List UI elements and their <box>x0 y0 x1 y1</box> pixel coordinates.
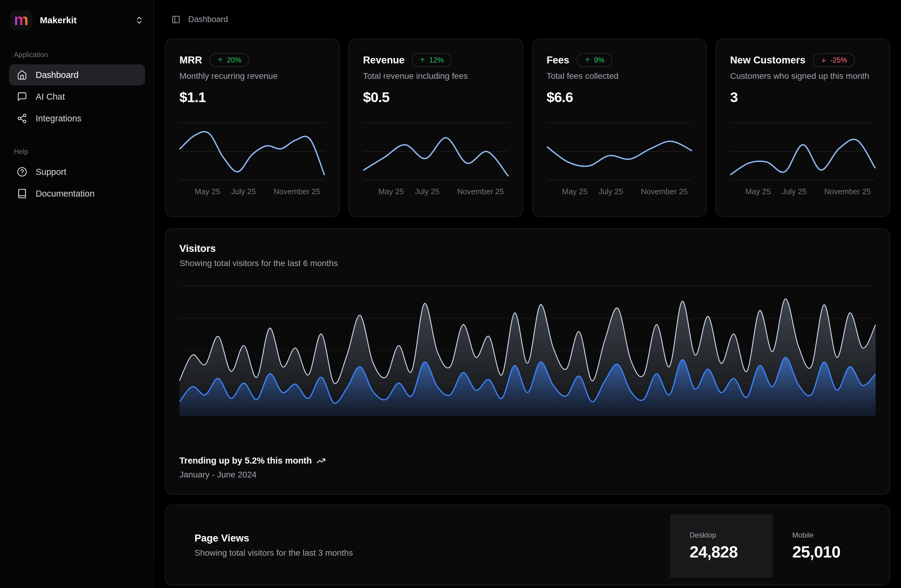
stat-title: New Customers <box>730 55 805 66</box>
svg-text:May 25: May 25 <box>562 187 588 196</box>
sidebar-toggle-icon[interactable] <box>171 15 180 24</box>
visitors-subtitle: Showing total visitors for the last 6 mo… <box>179 259 876 268</box>
fees-sparkline-chart: May 25July 25November 25 <box>547 120 692 197</box>
sidebar-item-label: AI Chat <box>36 92 65 102</box>
page-views-title: Page Views <box>195 532 670 544</box>
svg-text:November 25: November 25 <box>457 187 504 196</box>
page-views-header: Page Views Showing total visitors for th… <box>165 505 670 585</box>
arrow-down-icon <box>821 57 827 63</box>
trend-badge: 12% <box>412 53 452 67</box>
brand-name: Makerkit <box>40 15 127 25</box>
stat-subtitle: Total fees collected <box>547 71 692 81</box>
stat-card-fees: Fees 9% Total fees collected $6.6 May 25… <box>532 39 707 217</box>
sidebar-item-support[interactable]: Support <box>9 161 145 182</box>
sidebar: m Makerkit Application Dashboard AI Chat… <box>0 0 154 588</box>
sidebar-item-label: Integrations <box>36 114 81 123</box>
svg-text:November 25: November 25 <box>641 187 687 196</box>
page-views-card: Page Views Showing total visitors for th… <box>165 505 890 586</box>
svg-text:November 25: November 25 <box>274 187 321 196</box>
trend-badge: 9% <box>577 53 613 67</box>
revenue-sparkline-chart: May 25July 25November 25 <box>363 120 509 197</box>
mobile-label: Mobile <box>792 531 856 540</box>
desktop-label: Desktop <box>690 531 754 540</box>
mobile-value: 25,010 <box>792 543 856 561</box>
home-icon <box>17 70 27 80</box>
arrow-up-icon <box>217 57 223 63</box>
mobile-toggle[interactable]: Mobile 25,010 <box>773 514 876 578</box>
stat-subtitle: Total revenue including fees <box>363 71 509 81</box>
visitors-title: Visitors <box>179 243 876 254</box>
page-views-toggles: Desktop 24,828 Mobile 25,010 <box>670 505 890 585</box>
stat-title: Fees <box>547 55 569 66</box>
stat-value: $1.1 <box>179 89 325 105</box>
trend-badge: -25% <box>813 53 855 67</box>
sidebar-item-label: Support <box>36 167 67 177</box>
stat-title: MRR <box>179 55 202 66</box>
arrow-up-icon <box>419 57 426 63</box>
stat-card-revenue: Revenue 12% Total revenue including fees… <box>349 39 523 217</box>
stat-cards-row: MRR 20% Monthly recurring revenue $1.1 M… <box>165 39 890 217</box>
mrr-sparkline-chart: May 25July 25November 25 <box>179 120 325 197</box>
svg-text:November 25: November 25 <box>824 187 871 196</box>
svg-text:May 25: May 25 <box>745 187 771 196</box>
logo-letter: m <box>14 11 28 28</box>
stat-value: $6.6 <box>547 89 692 105</box>
stat-subtitle: Monthly recurring revenue <box>179 71 325 81</box>
page-views-subtitle: Showing total visitors for the last 3 mo… <box>195 548 670 558</box>
topbar: Dashboard <box>165 0 890 39</box>
svg-text:July 25: July 25 <box>599 187 623 196</box>
visitors-area-chart <box>179 283 876 417</box>
stat-card-mrr: MRR 20% Monthly recurring revenue $1.1 M… <box>165 39 340 217</box>
svg-text:July 25: July 25 <box>782 187 807 196</box>
share-icon <box>17 113 27 123</box>
message-square-icon <box>17 92 27 102</box>
date-range-text: January - June 2024 <box>179 470 876 480</box>
sidebar-item-integrations[interactable]: Integrations <box>9 108 145 129</box>
makerkit-logo: m <box>10 10 32 30</box>
stat-card-new-customers: New Customers -25% Customers who signed … <box>716 39 890 217</box>
visitors-card: Visitors Showing total visitors for the … <box>165 228 890 495</box>
svg-text:July 25: July 25 <box>231 187 256 196</box>
sidebar-item-label: Documentation <box>36 189 95 199</box>
new-customers-sparkline-chart: May 25July 25November 25 <box>730 120 876 197</box>
workspace-switcher[interactable]: m Makerkit <box>9 10 145 31</box>
trend-text: Trending up by 5.2% this month <box>179 456 312 466</box>
svg-text:May 25: May 25 <box>195 187 220 196</box>
sidebar-item-dashboard[interactable]: Dashboard <box>9 64 145 86</box>
trend-badge: 20% <box>209 53 249 67</box>
trending-up-icon <box>316 456 326 465</box>
stat-value: 3 <box>730 89 876 105</box>
stat-subtitle: Customers who signed up this month <box>730 71 876 81</box>
desktop-toggle[interactable]: Desktop 24,828 <box>670 514 773 578</box>
book-icon <box>17 189 27 199</box>
visitors-footer: Trending up by 5.2% this month January -… <box>179 456 876 480</box>
svg-text:May 25: May 25 <box>378 187 404 196</box>
svg-text:July 25: July 25 <box>415 187 440 196</box>
breadcrumb: Dashboard <box>188 15 228 24</box>
sidebar-section-application: Application <box>14 51 145 59</box>
sidebar-item-documentation[interactable]: Documentation <box>9 183 145 204</box>
sidebar-item-label: Dashboard <box>36 70 78 80</box>
stat-value: $0.5 <box>363 89 509 105</box>
arrow-up-icon <box>585 57 591 63</box>
stat-title: Revenue <box>363 55 405 66</box>
help-circle-icon <box>17 167 27 177</box>
sidebar-item-ai-chat[interactable]: AI Chat <box>9 86 145 107</box>
desktop-value: 24,828 <box>690 543 754 561</box>
sidebar-section-help: Help <box>14 148 145 156</box>
chevrons-up-down-icon[interactable] <box>135 16 144 25</box>
main-content: Dashboard MRR 20% Monthly recurring reve… <box>154 0 901 588</box>
